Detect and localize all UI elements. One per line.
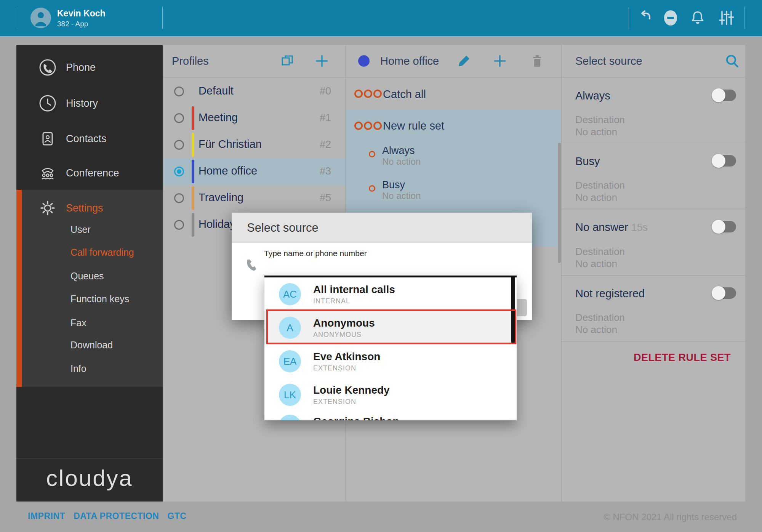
sidebar-label-history: History xyxy=(66,98,98,109)
section-busy-title: Busy xyxy=(575,155,600,168)
profile-number: #3 xyxy=(320,165,331,177)
edit-pencil-icon[interactable] xyxy=(456,53,472,69)
not-registered-toggle[interactable] xyxy=(712,287,736,299)
sidebar-item-fax[interactable]: Fax xyxy=(70,317,154,331)
rule-row-catch-all[interactable]: Catch all xyxy=(346,78,561,110)
delete-rule-set-button[interactable]: DELETE RULE SET xyxy=(634,352,731,364)
new-rule-set-label: New rule set xyxy=(383,120,444,132)
no-answer-timer: 15s xyxy=(631,222,648,233)
destination-label: Destination xyxy=(575,312,625,324)
avatar: AC xyxy=(279,283,301,305)
add-rule-icon[interactable] xyxy=(493,54,507,68)
source-search-input[interactable] xyxy=(264,261,477,277)
result-type: EXTENSION xyxy=(313,364,356,372)
data-protection-link[interactable]: DATA PROTECTION xyxy=(74,511,159,521)
sidebar-item-phone[interactable]: Phone xyxy=(16,58,163,78)
profile-number: #0 xyxy=(320,85,331,97)
result-eve-atkinson[interactable]: EA Eve Atkinson EXTENSION xyxy=(264,345,517,378)
profile-row-meeting[interactable]: Meeting #1 xyxy=(163,105,346,131)
sidebar-item-contacts[interactable]: Contacts xyxy=(16,129,163,149)
top-header: Kevin Koch 382 - App xyxy=(0,0,762,36)
profile-number: #2 xyxy=(320,139,331,151)
source-results-dropdown: AC All internal calls INTERNAL A Anonymo… xyxy=(264,276,517,420)
sidebar-item-call-forwarding[interactable]: Call forwarding xyxy=(70,247,154,261)
radio-traveling[interactable] xyxy=(174,193,184,203)
sidebar-item-download[interactable]: Download xyxy=(70,340,154,353)
modal-header: Select source xyxy=(232,213,532,243)
person-icon xyxy=(30,8,51,28)
destination-label: Destination xyxy=(575,114,625,126)
sidebar-item-info[interactable]: Info xyxy=(70,363,154,377)
user-avatar[interactable] xyxy=(30,8,51,28)
user-name: Kevin Koch xyxy=(57,8,106,19)
sidebar-item-settings[interactable]: Settings xyxy=(16,198,163,219)
radio-default[interactable] xyxy=(174,87,184,96)
result-louie-kennedy[interactable]: LK Louie Kennedy EXTENSION xyxy=(264,378,517,412)
logo-divider xyxy=(16,458,163,459)
source-input-label: Type name or phone number xyxy=(264,249,367,258)
conditions-panel: Select source Always Destination No acti… xyxy=(562,45,745,502)
undo-icon[interactable] xyxy=(637,10,653,26)
sidebar-label-settings: Settings xyxy=(66,202,103,214)
profile-color-bar xyxy=(192,160,194,183)
search-icon[interactable] xyxy=(725,53,740,69)
destination-label: Destination xyxy=(575,246,625,258)
profile-name: Für Christian xyxy=(199,138,262,151)
always-toggle[interactable] xyxy=(712,90,736,101)
profile-row-home-office[interactable]: Home office #3 xyxy=(163,158,346,185)
sidebar-label-contacts: Contacts xyxy=(66,133,107,145)
radio-holiday[interactable] xyxy=(174,220,184,230)
result-type: EXTENSION xyxy=(313,398,356,406)
rule-panel-title: Home office xyxy=(380,55,439,67)
catch-all-label: Catch all xyxy=(383,88,426,101)
profile-name: Traveling xyxy=(199,191,243,204)
phone-handset-icon xyxy=(245,258,261,273)
busy-toggle[interactable] xyxy=(712,155,736,167)
result-type: INTERNAL xyxy=(313,297,350,305)
profile-row-traveling[interactable]: Traveling #5 xyxy=(163,185,346,212)
profile-name: Holiday xyxy=(199,218,235,231)
header-divider xyxy=(629,7,629,29)
profile-color-bar xyxy=(192,213,194,237)
do-not-disturb-icon[interactable] xyxy=(662,10,679,27)
profile-name: Default xyxy=(199,85,234,97)
imprint-link[interactable]: IMPRINT xyxy=(28,511,65,521)
condition-always[interactable]: Always xyxy=(382,145,415,157)
no-answer-toggle[interactable] xyxy=(712,221,736,232)
duplicate-profile-icon[interactable] xyxy=(281,54,295,68)
sidebar-item-history[interactable]: History xyxy=(16,93,163,114)
condition-busy[interactable]: Busy xyxy=(382,179,405,191)
sidebar: Phone History Contacts xyxy=(16,45,163,502)
profile-name: Home office xyxy=(199,165,257,177)
add-profile-icon[interactable] xyxy=(315,54,329,68)
conference-icon xyxy=(38,164,57,182)
sidebar-item-user[interactable]: User xyxy=(70,224,154,238)
radio-fuer-christian[interactable] xyxy=(174,140,184,150)
cloudya-logo: cloudya xyxy=(16,465,163,491)
destination-value: No action xyxy=(575,258,617,270)
profile-name: Meeting xyxy=(199,111,238,124)
sliders-icon[interactable] xyxy=(718,10,735,26)
section-no-answer-title: No answer 15s xyxy=(575,221,648,234)
sidebar-item-function-keys[interactable]: Function keys xyxy=(70,293,154,307)
profile-color-dot xyxy=(358,55,370,67)
profile-row-fuer-christian[interactable]: Für Christian #2 xyxy=(163,131,346,158)
bell-icon[interactable] xyxy=(689,9,706,26)
profile-row-default[interactable]: Default #0 xyxy=(163,78,346,105)
section-divider xyxy=(562,275,745,276)
result-georgina-bishop[interactable]: Georgina Bishop xyxy=(264,412,517,420)
sidebar-item-queues[interactable]: Queues xyxy=(70,271,154,284)
header-divider xyxy=(18,7,18,29)
footer-links: IMPRINT DATA PROTECTION GTC xyxy=(28,511,186,521)
destination-value: No action xyxy=(575,192,617,204)
profile-number: #5 xyxy=(320,192,331,204)
scrollbar-thumb[interactable] xyxy=(558,143,561,263)
condition-dot-icon xyxy=(369,185,375,192)
radio-meeting[interactable] xyxy=(174,113,184,123)
gtc-link[interactable]: GTC xyxy=(167,511,186,521)
condition-busy-value: No action xyxy=(382,191,421,201)
result-all-internal-calls[interactable]: AC All internal calls INTERNAL xyxy=(264,277,517,311)
trash-icon[interactable] xyxy=(530,53,545,69)
radio-home-office[interactable] xyxy=(174,167,184,176)
sidebar-item-conference[interactable]: Conference xyxy=(16,163,163,184)
